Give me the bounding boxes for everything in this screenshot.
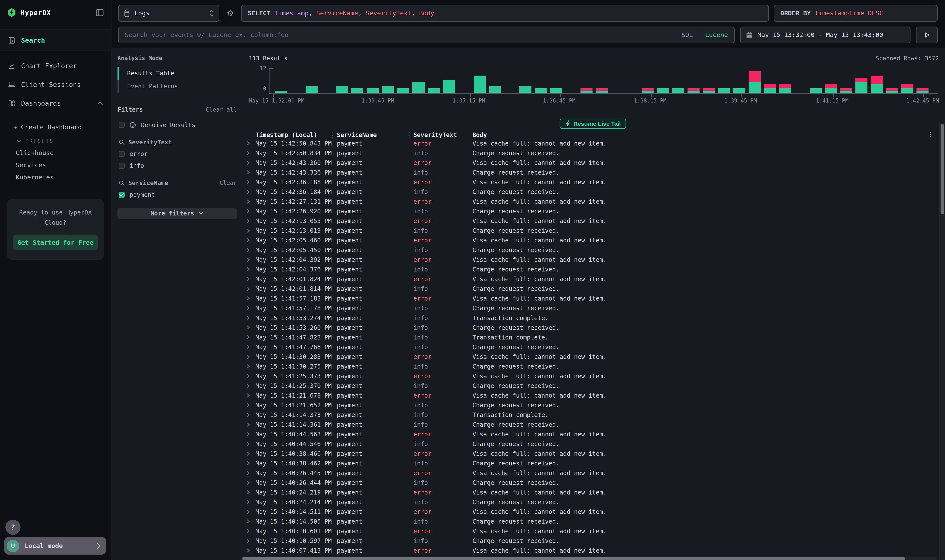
histogram-bar-info[interactable]	[550, 88, 562, 92]
filter-option-info[interactable]: info	[117, 162, 237, 169]
log-row[interactable]: May 15 1:40:44.546 PMpaymentinfoCharge r…	[241, 439, 936, 449]
log-row[interactable]: May 15 1:41:25.373 PMpaymenterrorVisa ca…	[241, 371, 936, 381]
sidebar-item-search[interactable]: Search	[0, 29, 111, 51]
filter-option-error[interactable]: error	[117, 150, 237, 157]
mode-sql[interactable]: SQL	[681, 31, 693, 38]
row-expand-chevron-icon[interactable]	[246, 334, 250, 340]
results-histogram[interactable]	[269, 68, 937, 94]
column-resize-handle[interactable]	[409, 132, 410, 138]
log-row[interactable]: May 15 1:41:53.274 PMpaymentinfoTransact…	[241, 313, 936, 323]
col-header-body[interactable]: Body	[472, 131, 487, 138]
log-row[interactable]: May 15 1:41:14.373 PMpaymentinfoTransact…	[241, 410, 936, 420]
log-row[interactable]: May 15 1:42:05.460 PMpaymenterrorVisa ca…	[241, 235, 936, 245]
histogram-bar-error[interactable]	[703, 88, 715, 91]
histogram-bar-info[interactable]	[336, 86, 348, 93]
log-row[interactable]: May 15 1:42:13.019 PMpaymentinfoCharge r…	[241, 226, 936, 235]
log-row[interactable]: May 15 1:40:26.445 PMpaymenterrorVisa ca…	[241, 468, 936, 478]
histogram-bar-info[interactable]	[367, 88, 379, 92]
row-expand-chevron-icon[interactable]	[246, 199, 250, 204]
row-expand-chevron-icon[interactable]	[246, 432, 250, 437]
log-row[interactable]: May 15 1:42:43.336 PMpaymentinfoCharge r…	[241, 168, 936, 177]
row-expand-chevron-icon[interactable]	[246, 296, 250, 301]
histogram-bar-info[interactable]	[489, 86, 501, 93]
histogram-bar-info[interactable]	[749, 82, 761, 93]
log-row[interactable]: May 15 1:40:07.413 PMpaymenterrorVisa ca…	[241, 546, 936, 555]
log-row[interactable]: May 15 1:41:25.370 PMpaymentinfoCharge r…	[241, 381, 936, 391]
log-row[interactable]: May 15 1:42:01.824 PMpaymenterrorVisa ca…	[241, 274, 936, 284]
row-expand-chevron-icon[interactable]	[246, 160, 250, 166]
row-expand-chevron-icon[interactable]	[246, 179, 250, 185]
histogram-bar-error[interactable]	[596, 88, 608, 91]
histogram-bar-error[interactable]	[840, 88, 852, 91]
col-header-servicename[interactable]: ServiceName	[337, 131, 377, 138]
histogram-bar-info[interactable]	[672, 88, 684, 92]
row-expand-chevron-icon[interactable]	[246, 150, 250, 156]
filter-checkbox[interactable]	[119, 151, 125, 157]
row-expand-chevron-icon[interactable]	[246, 238, 250, 243]
log-row[interactable]: May 15 1:40:10.597 PMpaymentinfoCharge r…	[241, 536, 936, 546]
histogram-bar-error[interactable]	[886, 88, 898, 91]
histogram-bar-info[interactable]	[657, 88, 669, 92]
histogram-bar-info[interactable]	[305, 86, 318, 93]
histogram-bar-info[interactable]	[856, 82, 868, 93]
histogram-bar-info[interactable]	[474, 75, 486, 93]
row-expand-chevron-icon[interactable]	[246, 170, 250, 175]
histogram-bar-error[interactable]	[688, 88, 700, 91]
log-row[interactable]: May 15 1:41:21.652 PMpaymentinfoCharge r…	[241, 400, 936, 410]
histogram-bar-info[interactable]	[535, 88, 547, 92]
row-expand-chevron-icon[interactable]	[246, 480, 250, 485]
vertical-scrollbar[interactable]	[939, 123, 945, 560]
row-expand-chevron-icon[interactable]	[246, 189, 250, 195]
row-expand-chevron-icon[interactable]	[246, 257, 250, 262]
search-input[interactable]	[119, 27, 734, 43]
histogram-bar-info[interactable]	[520, 86, 532, 93]
row-expand-chevron-icon[interactable]	[246, 412, 250, 418]
horizontal-scrollbar-thumb[interactable]	[242, 557, 905, 560]
row-expand-chevron-icon[interactable]	[246, 441, 250, 447]
row-expand-chevron-icon[interactable]	[246, 509, 250, 514]
row-expand-chevron-icon[interactable]	[246, 461, 250, 466]
histogram-bar-info[interactable]	[351, 88, 363, 92]
row-expand-chevron-icon[interactable]	[246, 344, 250, 350]
log-row[interactable]: May 15 1:40:44.563 PMpaymenterrorVisa ca…	[241, 429, 936, 439]
row-expand-chevron-icon[interactable]	[246, 354, 250, 360]
histogram-bar-info[interactable]	[382, 86, 394, 93]
log-row[interactable]: May 15 1:40:14.511 PMpaymenterrorVisa ca…	[241, 507, 936, 517]
run-query-button[interactable]	[916, 26, 937, 43]
row-expand-chevron-icon[interactable]	[246, 209, 250, 214]
log-row[interactable]: May 15 1:42:26.920 PMpaymentinfoCharge r…	[241, 206, 936, 216]
log-row[interactable]: May 15 1:40:14.505 PMpaymentinfoCharge r…	[241, 517, 936, 526]
histogram-bar-info[interactable]	[428, 88, 440, 92]
row-expand-chevron-icon[interactable]	[246, 403, 250, 408]
row-expand-chevron-icon[interactable]	[246, 267, 250, 272]
histogram-bar-error[interactable]	[749, 71, 761, 82]
log-row[interactable]: May 15 1:40:24.219 PMpaymenterrorVisa ca…	[241, 488, 936, 497]
log-row[interactable]: May 15 1:42:27.131 PMpaymenterrorVisa ca…	[241, 197, 936, 206]
filter-group-clear-link[interactable]: Clear	[220, 180, 237, 186]
resume-live-tail-button[interactable]: Resume Live Tail	[560, 118, 626, 129]
log-row[interactable]: May 15 1:41:57.183 PMpaymenterrorVisa ca…	[241, 294, 936, 303]
row-expand-chevron-icon[interactable]	[246, 451, 250, 456]
row-expand-chevron-icon[interactable]	[246, 393, 250, 398]
row-expand-chevron-icon[interactable]	[246, 422, 250, 427]
histogram-bar-error[interactable]	[641, 88, 654, 91]
presets-toggle[interactable]: PRESETS	[0, 131, 111, 145]
histogram-bar-info[interactable]	[718, 88, 730, 92]
clear-all-filters-link[interactable]: Clear all	[206, 106, 237, 113]
filter-checkbox[interactable]	[119, 192, 125, 198]
histogram-bar-error[interactable]	[871, 75, 883, 84]
log-row[interactable]: May 15 1:40:38.462 PMpaymentinfoCharge r…	[241, 458, 936, 468]
log-row[interactable]: May 15 1:40:24.214 PMpaymentinfoCharge r…	[241, 497, 936, 507]
histogram-bar-info[interactable]	[596, 91, 608, 93]
horizontal-scrollbar[interactable]	[241, 557, 936, 560]
row-expand-chevron-icon[interactable]	[246, 364, 250, 369]
row-expand-chevron-icon[interactable]	[246, 383, 250, 389]
log-row[interactable]: May 15 1:42:01.814 PMpaymentinfoCharge r…	[241, 284, 936, 294]
log-row[interactable]: May 15 1:41:21.678 PMpaymenterrorVisa ca…	[241, 391, 936, 400]
histogram-bar-info[interactable]	[397, 88, 409, 92]
row-expand-chevron-icon[interactable]	[246, 470, 250, 476]
column-resize-handle[interactable]	[450, 132, 451, 138]
analysis-mode-results-table[interactable]: Results Table	[117, 67, 237, 80]
collapse-sidebar-icon[interactable]	[96, 9, 103, 17]
histogram-bar-error[interactable]	[856, 78, 868, 82]
